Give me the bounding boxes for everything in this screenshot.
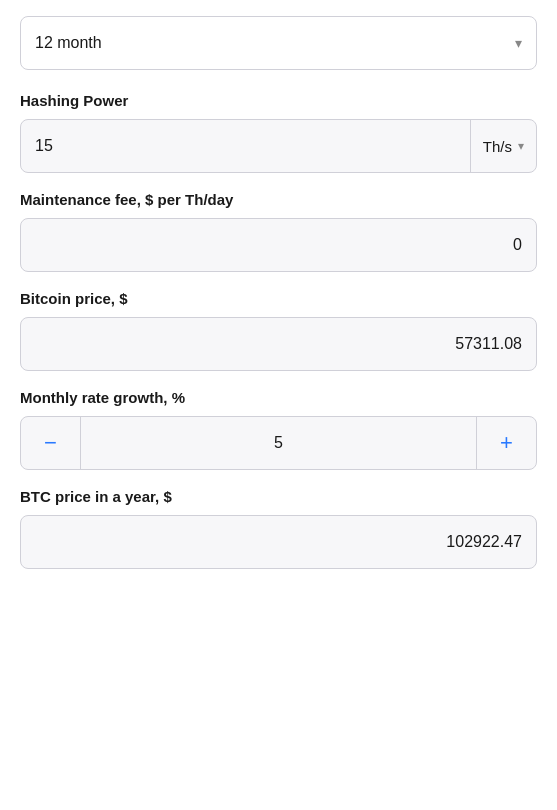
monthly-rate-growth-value-input[interactable] xyxy=(81,434,476,452)
maintenance-fee-group: Maintenance fee, $ per Th/day xyxy=(20,191,537,272)
btc-price-year-field: 102922.47 xyxy=(20,515,537,569)
duration-chevron-icon: ▾ xyxy=(515,35,522,51)
bitcoin-price-input[interactable] xyxy=(21,335,536,353)
bitcoin-price-label: Bitcoin price, $ xyxy=(20,290,537,307)
btc-price-year-group: BTC price in a year, $ 102922.47 xyxy=(20,488,537,569)
hashing-power-label: Hashing Power xyxy=(20,92,537,109)
hashing-power-field: Th/s ▾ xyxy=(20,119,537,173)
btc-price-year-value: 102922.47 xyxy=(446,533,522,551)
duration-dropdown[interactable]: 12 month ▾ xyxy=(20,16,537,70)
monthly-rate-growth-minus-button[interactable]: − xyxy=(21,417,81,469)
bitcoin-price-field xyxy=(20,317,537,371)
hashing-power-input[interactable] xyxy=(21,137,470,155)
hashing-power-group: Hashing Power Th/s ▾ xyxy=(20,92,537,173)
hashing-power-unit-label: Th/s xyxy=(483,138,512,155)
btc-price-year-label: BTC price in a year, $ xyxy=(20,488,537,505)
maintenance-fee-field xyxy=(20,218,537,272)
maintenance-fee-label: Maintenance fee, $ per Th/day xyxy=(20,191,537,208)
duration-value: 12 month xyxy=(35,34,102,52)
monthly-rate-growth-label: Monthly rate growth, % xyxy=(20,389,537,406)
monthly-rate-growth-plus-button[interactable]: + xyxy=(476,417,536,469)
maintenance-fee-input[interactable] xyxy=(21,236,536,254)
hashing-power-unit-select[interactable]: Th/s ▾ xyxy=(470,120,536,172)
hashing-power-unit-chevron-icon: ▾ xyxy=(518,139,524,153)
monthly-rate-growth-group: Monthly rate growth, % − + xyxy=(20,389,537,470)
monthly-rate-growth-stepper: − + xyxy=(20,416,537,470)
bitcoin-price-group: Bitcoin price, $ xyxy=(20,290,537,371)
